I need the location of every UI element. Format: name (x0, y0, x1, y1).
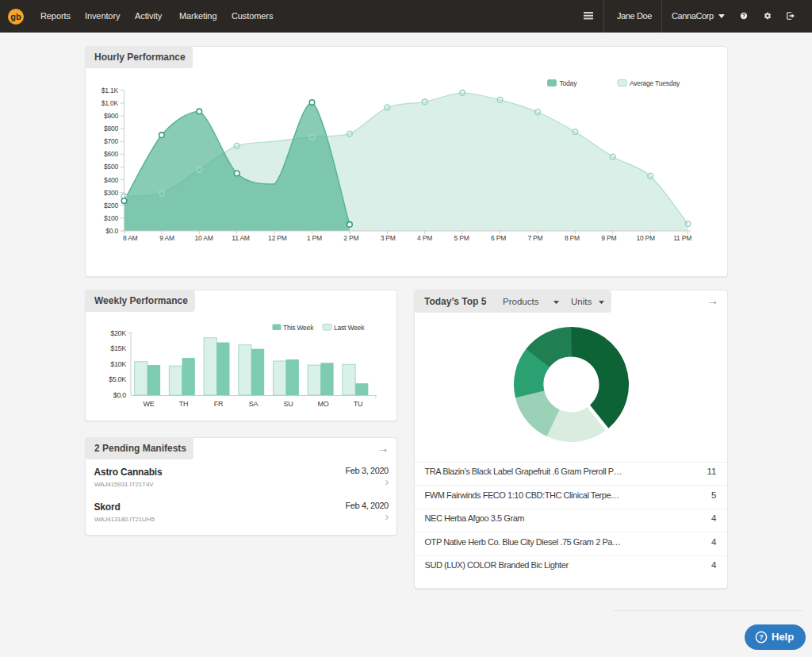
svg-text:$1.0K: $1.0K (102, 99, 119, 107)
svg-text:MO: MO (318, 400, 329, 408)
svg-text:9 AM: 9 AM (159, 234, 174, 242)
svg-text:1 PM: 1 PM (307, 234, 322, 242)
svg-text:Today: Today (560, 79, 578, 87)
svg-text:12 PM: 12 PM (268, 234, 287, 242)
svg-text:$800: $800 (104, 125, 119, 133)
svg-text:$1.1K: $1.1K (102, 86, 119, 94)
svg-text:$15K: $15K (110, 344, 126, 352)
svg-text:4 PM: 4 PM (417, 234, 432, 242)
svg-text:8 PM: 8 PM (565, 234, 580, 242)
svg-text:SU: SU (284, 400, 293, 408)
svg-text:$500: $500 (104, 163, 119, 171)
svg-text:$100: $100 (104, 214, 119, 222)
svg-text:TU: TU (354, 400, 362, 408)
svg-text:10 PM: 10 PM (636, 234, 655, 242)
svg-text:$10K: $10K (110, 360, 126, 368)
svg-text:$20K: $20K (110, 329, 126, 337)
svg-text:$5.0K: $5.0K (109, 375, 126, 383)
svg-text:$0.0: $0.0 (113, 391, 127, 399)
svg-text:6 PM: 6 PM (491, 234, 506, 242)
svg-text:$200: $200 (104, 202, 119, 209)
svg-text:3 PM: 3 PM (381, 234, 396, 242)
svg-text:$900: $900 (104, 112, 119, 120)
svg-text:$400: $400 (104, 176, 119, 184)
svg-text:This Week: This Week (283, 324, 314, 332)
svg-text:2 PM: 2 PM (343, 234, 358, 242)
svg-text:?: ? (759, 633, 764, 641)
svg-text:$300: $300 (104, 189, 119, 197)
svg-text:8 AM: 8 AM (123, 234, 138, 242)
svg-text:10 AM: 10 AM (195, 234, 213, 242)
svg-text:WE: WE (144, 400, 155, 408)
svg-text:TH: TH (179, 400, 188, 408)
svg-text:9 PM: 9 PM (601, 234, 616, 242)
svg-text:Last Week: Last Week (334, 324, 365, 332)
svg-text:$0.0: $0.0 (105, 227, 118, 235)
svg-text:7 PM: 7 PM (527, 234, 542, 242)
svg-text:Average Tuesday: Average Tuesday (630, 79, 680, 87)
svg-text:FR: FR (214, 400, 224, 408)
svg-text:11 AM: 11 AM (232, 234, 250, 242)
svg-text:5 PM: 5 PM (454, 234, 469, 242)
svg-text:SA: SA (249, 400, 259, 408)
svg-text:11 PM: 11 PM (673, 234, 691, 242)
svg-text:$600: $600 (104, 150, 119, 158)
svg-text:$700: $700 (104, 137, 119, 145)
